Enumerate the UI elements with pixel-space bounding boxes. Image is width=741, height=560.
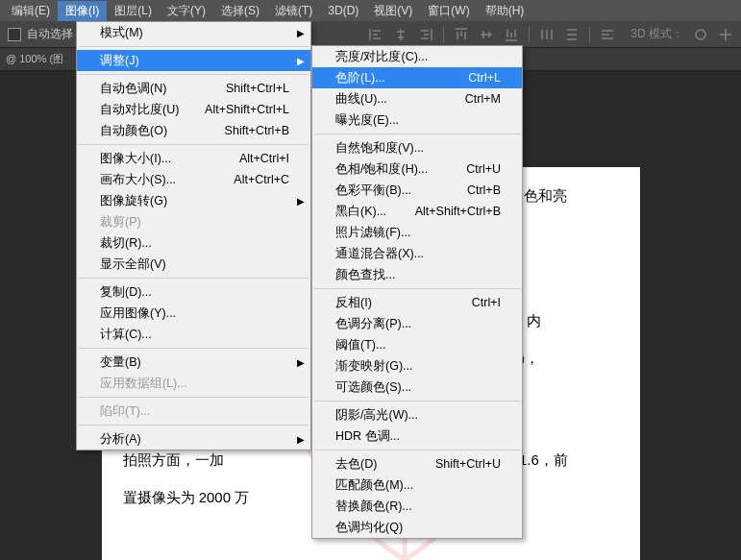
image-menu-item[interactable]: 分析(A)▶ (77, 428, 310, 450)
align-bottom-icon[interactable] (504, 27, 519, 42)
adjustments-menu-item[interactable]: 阈值(T)... (312, 334, 522, 355)
menu-type[interactable]: 文字(Y) (160, 1, 213, 21)
image-menu-item[interactable]: 图像旋转(G)▶ (77, 190, 310, 211)
adjustments-menu-item[interactable]: 渐变映射(G)... (312, 355, 522, 377)
distribute-h-icon[interactable] (539, 27, 555, 42)
menu-item-label: 色调分离(P)... (335, 316, 501, 332)
menu-item-shortcut: Ctrl+I (472, 296, 501, 309)
mode3d-pan-icon[interactable] (718, 27, 733, 42)
menu-item-shortcut: Alt+Ctrl+C (234, 173, 289, 186)
align-right-icon[interactable] (418, 27, 433, 42)
menu-item-label: 显示全部(V) (100, 256, 289, 273)
image-menu-item[interactable]: 模式(M)▶ (77, 22, 310, 43)
adjustments-menu-item[interactable]: HDR 色调... (312, 426, 522, 447)
toolbar-separator (589, 27, 590, 42)
adjustments-menu-item[interactable]: 黑白(K)...Alt+Shift+Ctrl+B (312, 201, 522, 222)
adjustments-menu-item[interactable]: 色阶(L)...Ctrl+L (312, 67, 522, 88)
image-menu-item[interactable]: 计算(C)... (77, 324, 310, 345)
image-menu-item: 应用数据组(L)... (77, 373, 310, 394)
menu-layer[interactable]: 图层(L) (107, 1, 160, 21)
menu-item-label: 反相(I) (335, 295, 449, 311)
menu-select[interactable]: 选择(S) (213, 1, 267, 21)
adjustments-menu-item[interactable]: 色彩平衡(B)...Ctrl+B (312, 180, 522, 201)
menu-filter[interactable]: 滤镜(T) (267, 1, 320, 21)
image-menu-item[interactable]: 复制(D)... (77, 281, 310, 303)
distribute-v-icon[interactable] (564, 27, 580, 42)
menu-item-label: 去色(D) (335, 456, 412, 473)
image-menu-item[interactable]: 变量(B)▶ (77, 352, 310, 373)
menu-help[interactable]: 帮助(H) (478, 1, 532, 21)
menu-item-shortcut: Alt+Shift+Ctrl+B (415, 205, 501, 218)
toolbar-separator (529, 27, 530, 42)
image-menu-item[interactable]: 调整(J)▶ (77, 50, 310, 71)
menu-view[interactable]: 视图(V) (366, 1, 420, 21)
adjustments-menu-item[interactable]: 阴影/高光(W)... (312, 404, 522, 426)
align-vcenter-icon[interactable] (479, 27, 494, 42)
image-menu-item[interactable]: 自动对比度(U)Alt+Shift+Ctrl+L (77, 99, 310, 120)
menu-edit[interactable]: 编辑(E) (4, 1, 58, 21)
menu-item-label: 图像旋转(G) (100, 193, 289, 209)
image-menu-item[interactable]: 应用图像(Y)... (77, 303, 310, 324)
menu-divider (314, 288, 520, 289)
image-menu-item: 陷印(T)... (77, 401, 310, 422)
menu-item-shortcut: Alt+Ctrl+I (239, 152, 289, 165)
menu-image[interactable]: 图像(I) (58, 1, 107, 21)
menu-item-label: 画布大小(S)... (100, 172, 210, 188)
menu-divider (314, 450, 520, 450)
mode3d-orbit-icon[interactable] (693, 27, 708, 42)
adjustments-menu-item[interactable]: 曲线(U)...Ctrl+M (312, 88, 522, 110)
menu-item-label: 图像大小(I)... (100, 151, 216, 167)
image-menu-item[interactable]: 图像大小(I)...Alt+Ctrl+I (77, 148, 310, 169)
menu-divider (79, 74, 309, 75)
menu-item-label: 阈值(T)... (335, 337, 501, 353)
adjustments-menu-item[interactable]: 色相/饱和度(H)...Ctrl+U (312, 158, 522, 180)
menu-item-label: 计算(C)... (100, 327, 289, 343)
adjustments-menu-item[interactable]: 可选颜色(S)... (312, 377, 522, 398)
menu-item-shortcut: Shift+Ctrl+L (226, 82, 289, 95)
adjustments-menu-item[interactable]: 曝光度(E)... (312, 110, 522, 131)
align-center-icon[interactable] (393, 27, 408, 42)
submenu-arrow-icon: ▶ (297, 357, 305, 368)
menu-item-label: 色阶(L)... (335, 70, 445, 86)
menu-3d[interactable]: 3D(D) (320, 2, 366, 19)
adjustments-menu-item[interactable]: 反相(I)Ctrl+I (312, 292, 522, 313)
submenu-arrow-icon: ▶ (297, 28, 305, 38)
menu-item-label: 调整(J) (100, 53, 289, 69)
svg-point-0 (696, 30, 705, 39)
adjustments-menu-item[interactable]: 亮度/对比度(C)... (312, 46, 522, 67)
adjustments-menu-item[interactable]: 色调均化(Q) (312, 517, 522, 538)
menu-item-shortcut: Ctrl+U (466, 162, 501, 176)
menu-item-shortcut: Shift+Ctrl+B (225, 124, 289, 137)
menu-divider (79, 348, 309, 349)
menu-item-label: 亮度/对比度(C)... (335, 49, 501, 65)
align-left-icon[interactable] (368, 27, 383, 42)
image-menu-item[interactable]: 自动色调(N)Shift+Ctrl+L (77, 78, 310, 99)
adjustments-menu-item[interactable]: 通道混合器(X)... (312, 243, 522, 264)
image-menu-item[interactable]: 显示全部(V) (77, 254, 310, 275)
more-align-icon[interactable] (600, 27, 615, 42)
adjustments-menu-item[interactable]: 匹配颜色(M)... (312, 475, 522, 496)
adjustments-menu-item[interactable]: 色调分离(P)... (312, 313, 522, 334)
menu-item-label: 自动颜色(O) (100, 123, 202, 139)
menu-window[interactable]: 窗口(W) (420, 1, 477, 21)
image-menu-item[interactable]: 自动颜色(O)Shift+Ctrl+B (77, 120, 310, 141)
submenu-arrow-icon: ▶ (297, 196, 305, 207)
menu-item-label: 替换颜色(R)... (335, 499, 501, 515)
menu-item-label: 裁剪(P) (100, 214, 289, 231)
image-menu-item[interactable]: 裁切(R)... (77, 232, 310, 254)
mode3d-label: 3D 模式： (630, 26, 683, 42)
adjustments-menu-item[interactable]: 去色(D)Shift+Ctrl+U (312, 453, 522, 475)
adjustments-menu-item[interactable]: 自然饱和度(V)... (312, 137, 522, 158)
auto-select-checkbox[interactable] (8, 28, 21, 41)
adjustments-menu-item[interactable]: 颜色查找... (312, 264, 522, 285)
image-menu-item[interactable]: 画布大小(S)...Alt+Ctrl+C (77, 169, 310, 190)
menu-item-label: 色彩平衡(B)... (335, 183, 444, 199)
menu-item-label: 照片滤镜(F)... (335, 225, 501, 241)
document-tab[interactable]: @ 100% (图 (6, 52, 63, 66)
menu-item-label: 匹配颜色(M)... (335, 477, 501, 494)
image-menu-dropdown: 模式(M)▶调整(J)▶自动色调(N)Shift+Ctrl+L自动对比度(U)A… (76, 21, 311, 450)
adjustments-menu-item[interactable]: 替换颜色(R)... (312, 496, 522, 517)
adjustments-menu-item[interactable]: 照片滤镜(F)... (312, 222, 522, 243)
menu-divider (79, 144, 309, 145)
align-top-icon[interactable] (454, 27, 469, 42)
